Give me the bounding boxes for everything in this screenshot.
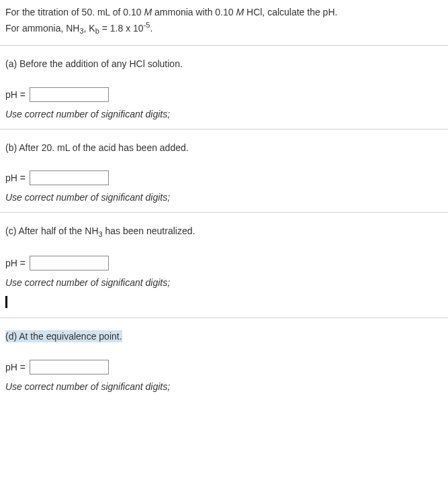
- text-cursor-icon: [5, 296, 7, 308]
- molarity-symbol: M: [236, 7, 244, 17]
- hint-c: Use correct number of significant digits…: [5, 277, 443, 288]
- hint-d: Use correct number of significant digits…: [5, 381, 443, 392]
- molarity-symbol: M: [144, 7, 152, 17]
- ph-input-d[interactable]: [30, 360, 109, 375]
- question-a: (a) Before the addition of any HCl solut…: [0, 46, 448, 130]
- ph-input-b[interactable]: [30, 170, 109, 185]
- text: has been neutralized.: [103, 226, 195, 236]
- text: For ammonia, NH: [5, 23, 79, 34]
- text: .: [150, 23, 152, 34]
- text: ammonia with 0.10: [152, 7, 236, 17]
- answer-line-c: pH =: [5, 256, 443, 270]
- intro-line-1: For the titration of 50. mL of 0.10 M am…: [5, 5, 443, 19]
- question-d: (d) At the equivalence point. pH = Use c…: [0, 318, 448, 401]
- ph-input-a[interactable]: [30, 87, 109, 102]
- ph-input-c[interactable]: [30, 256, 109, 270]
- hint-a: Use correct number of significant digits…: [5, 109, 443, 119]
- problem-statement: For the titration of 50. mL of 0.10 M am…: [0, 0, 448, 46]
- ph-label: pH =: [5, 172, 26, 183]
- text: (c) After half of the NH: [5, 226, 99, 236]
- superscript: -5: [144, 21, 150, 29]
- answer-line-a: pH =: [5, 87, 443, 102]
- answer-line-b: pH =: [5, 170, 443, 185]
- intro-line-2: For ammonia, NH3, Kb = 1.8 x 10-5.: [5, 19, 443, 37]
- ph-label: pH =: [5, 89, 26, 100]
- question-c: (c) After half of the NH3 has been neutr…: [0, 213, 448, 318]
- text: = 1.8 x 10: [99, 23, 144, 34]
- answer-line-d: pH =: [5, 360, 443, 375]
- question-b-prompt: (b) After 20. mL of the acid has been ad…: [5, 142, 443, 155]
- question-b: (b) After 20. mL of the acid has been ad…: [0, 130, 448, 213]
- text: HCl, calculate the pH.: [244, 7, 337, 17]
- hint-b: Use correct number of significant digits…: [5, 192, 443, 203]
- ph-label: pH =: [5, 362, 26, 372]
- highlighted-text: (d) At the equivalence point.: [5, 330, 122, 342]
- question-a-prompt: (a) Before the addition of any HCl solut…: [5, 58, 443, 71]
- question-c-prompt: (c) After half of the NH3 has been neutr…: [5, 225, 443, 240]
- text: , K: [84, 23, 95, 34]
- question-d-prompt: (d) At the equivalence point.: [5, 330, 443, 344]
- text: For the titration of 50. mL of 0.10: [5, 7, 144, 17]
- ph-label: pH =: [5, 258, 26, 268]
